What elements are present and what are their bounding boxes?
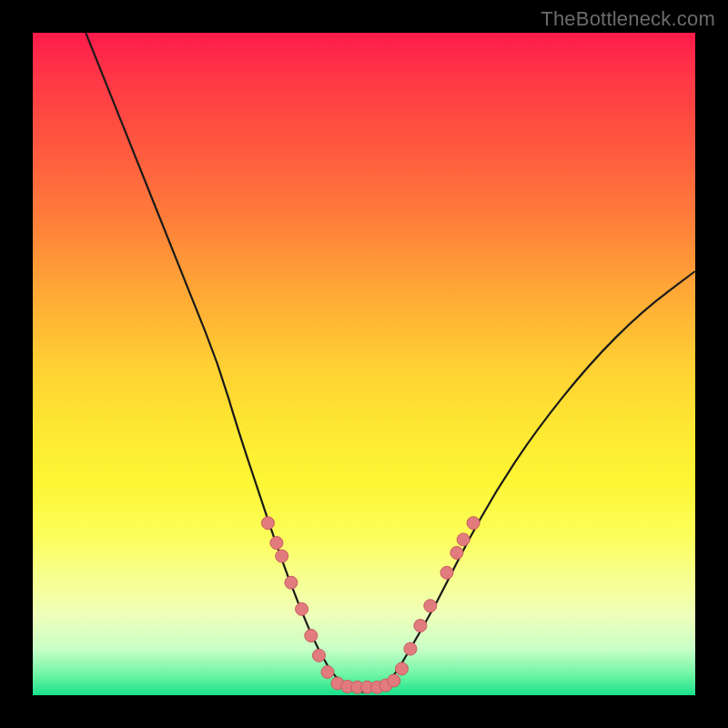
watermark-text: TheBottleneck.com <box>541 7 715 31</box>
curve-marker <box>276 550 288 562</box>
curve-marker <box>404 642 417 655</box>
curve-marker <box>261 517 274 530</box>
curve-marker <box>467 517 480 530</box>
curve-marker <box>440 566 453 579</box>
curve-marker <box>424 600 437 612</box>
curve-marker <box>388 674 400 687</box>
plot-area <box>33 33 695 695</box>
curve-marker <box>313 649 326 662</box>
curve-marker <box>305 629 318 642</box>
curve-marker <box>285 576 298 589</box>
curve-marker <box>396 662 409 675</box>
curve-marker <box>270 537 283 550</box>
bottleneck-curve <box>86 33 695 692</box>
curve-layer <box>33 33 695 695</box>
curve-marker <box>457 533 470 546</box>
curve-marker <box>321 666 334 679</box>
chart-container: TheBottleneck.com <box>0 0 728 728</box>
curve-marker <box>414 620 427 632</box>
marker-group <box>261 517 480 694</box>
curve-marker <box>450 546 463 559</box>
curve-marker <box>296 602 308 615</box>
